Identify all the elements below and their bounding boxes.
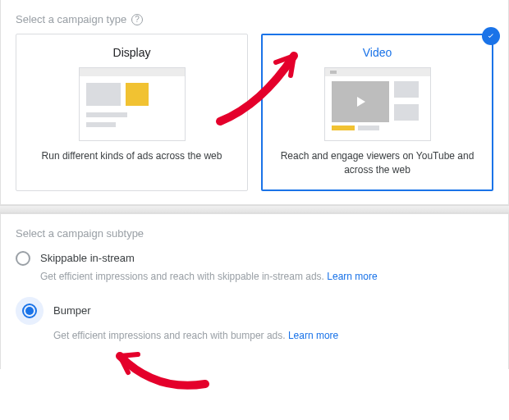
card-title: Video: [272, 46, 483, 59]
campaign-type-label: Select a campaign type ?: [16, 13, 493, 25]
card-desc: Run different kinds of ads across the we…: [26, 149, 237, 163]
card-desc: Reach and engage viewers on YouTube and …: [272, 149, 483, 177]
check-icon: [482, 27, 500, 45]
subtype-desc-text: Get efficient impressions and reach with…: [40, 271, 327, 282]
help-icon[interactable]: ?: [131, 14, 143, 25]
campaign-type-label-text: Select a campaign type: [16, 13, 126, 25]
subtype-desc: Get efficient impressions and reach with…: [40, 271, 493, 282]
subtype-skippable: Skippable in-stream Get efficient impres…: [16, 251, 493, 282]
campaign-subtype-panel: Select a campaign subtype Skippable in-s…: [0, 213, 509, 369]
subtype-desc-text: Get efficient impressions and reach with…: [53, 330, 288, 341]
video-thumb-icon: [324, 67, 431, 141]
learn-more-link[interactable]: Learn more: [288, 330, 338, 341]
radio-unchecked-icon: [16, 251, 30, 266]
card-title: Display: [26, 46, 237, 59]
radio-highlight: [16, 297, 44, 325]
panel-divider: [0, 205, 509, 213]
campaign-type-card-display[interactable]: Display Run different kinds of ads acros…: [16, 34, 248, 191]
display-thumb-icon: [79, 67, 186, 141]
subtype-bumper-option[interactable]: Bumper: [16, 297, 493, 325]
campaign-subtype-label-text: Select a campaign subtype: [16, 227, 144, 240]
subtype-label: Bumper: [53, 304, 91, 317]
campaign-type-panel: Select a campaign type ? Display Run dif…: [0, 0, 509, 205]
campaign-subtype-label: Select a campaign subtype: [16, 227, 493, 240]
campaign-type-card-video[interactable]: Video Reach and engage viewers on YouTub…: [261, 34, 493, 191]
subtype-bumper: Bumper Get efficient impressions and rea…: [16, 297, 493, 341]
subtype-label: Skippable in-stream: [40, 252, 135, 264]
subtype-desc: Get efficient impressions and reach with…: [53, 330, 493, 341]
subtype-skippable-option[interactable]: Skippable in-stream: [16, 251, 493, 266]
campaign-type-cards: Display Run different kinds of ads acros…: [16, 34, 493, 191]
learn-more-link[interactable]: Learn more: [327, 271, 377, 282]
radio-checked-icon: [22, 304, 37, 318]
